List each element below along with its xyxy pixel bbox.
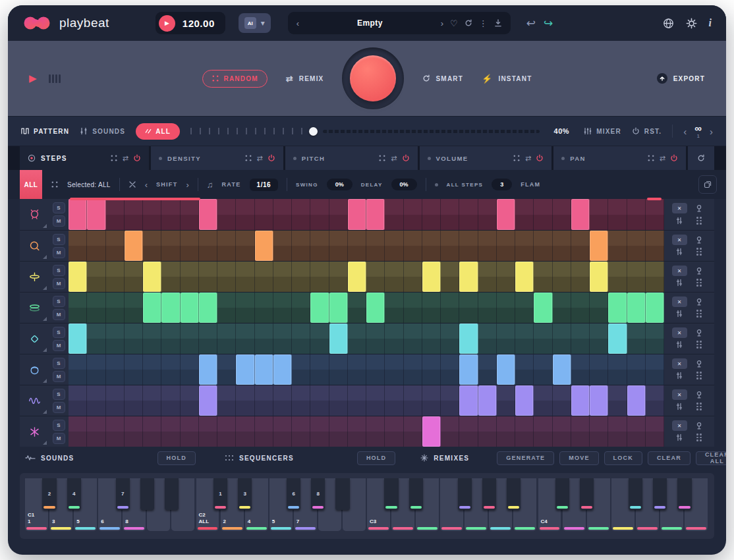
step-cell[interactable] <box>441 293 459 323</box>
step-cell[interactable] <box>125 262 143 292</box>
gear-icon[interactable] <box>686 18 697 29</box>
keyboard-toggle-icon[interactable] <box>49 74 61 83</box>
step-cell[interactable] <box>627 416 646 447</box>
expand-corner-icon[interactable] <box>43 410 47 414</box>
preset-name[interactable]: Empty <box>306 18 434 28</box>
step-cell[interactable] <box>627 385 646 416</box>
step-cell[interactable] <box>590 354 608 385</box>
step-cell[interactable] <box>348 293 366 323</box>
step-cell[interactable] <box>366 385 385 416</box>
step-cell[interactable] <box>366 354 385 385</box>
step-cell[interactable] <box>292 262 310 292</box>
step-cell[interactable] <box>106 354 125 385</box>
piano-key-black[interactable] <box>384 478 398 510</box>
mini-play-icon[interactable]: ▶ <box>29 72 37 84</box>
step-cell[interactable] <box>404 416 422 447</box>
clear-row-button[interactable]: ✕ <box>672 420 687 431</box>
panel-pan[interactable]: PAN ⇄ <box>553 146 686 170</box>
step-cell[interactable] <box>143 354 161 385</box>
step-cell[interactable] <box>273 231 292 261</box>
loop-icon[interactable]: ⇄ <box>525 155 531 162</box>
step-cell[interactable] <box>422 385 441 416</box>
step-cell[interactable] <box>106 231 125 261</box>
step-cell[interactable] <box>478 416 497 447</box>
step-cell[interactable] <box>69 416 87 447</box>
step-cell[interactable] <box>348 262 366 292</box>
step-cell[interactable] <box>273 385 292 416</box>
row-sliders-icon[interactable] <box>675 403 683 410</box>
piano-key-black[interactable] <box>580 478 594 510</box>
piano-key-black[interactable] <box>409 478 423 510</box>
step-cell[interactable] <box>627 199 646 230</box>
step-cell[interactable] <box>125 323 143 354</box>
more-menu-icon[interactable]: ⋮ <box>479 19 488 28</box>
lock-button[interactable]: LOCK <box>604 451 642 465</box>
step-cell[interactable] <box>348 199 366 230</box>
step-cell[interactable] <box>106 385 125 416</box>
step-cell[interactable] <box>181 385 199 416</box>
step-cell[interactable] <box>329 262 348 292</box>
step-cell[interactable] <box>69 199 87 230</box>
piano-key-black[interactable]: 7 <box>116 478 130 510</box>
redo-icon[interactable]: ↪ <box>544 16 553 30</box>
step-cell[interactable] <box>255 354 273 385</box>
step-cell[interactable] <box>515 262 534 292</box>
mic-icon[interactable] <box>695 422 703 430</box>
preset-prev-icon[interactable]: ‹ <box>296 19 299 28</box>
clear-row-button[interactable]: ✕ <box>672 327 687 338</box>
step-cell[interactable] <box>329 416 348 447</box>
piano-key-black[interactable] <box>677 478 691 510</box>
step-cell[interactable] <box>161 231 180 261</box>
random-button[interactable]: RANDOM <box>202 70 268 88</box>
step-cell[interactable] <box>69 231 87 261</box>
track-2-snare-icon[interactable] <box>20 231 49 261</box>
step-cell[interactable] <box>106 262 125 292</box>
clear-row-button[interactable]: ✕ <box>672 203 687 213</box>
dice-icon[interactable] <box>244 154 252 162</box>
step-cell[interactable] <box>181 262 199 292</box>
loop-icon[interactable]: ⇄ <box>391 155 397 162</box>
step-cell[interactable] <box>87 416 105 447</box>
all-filter-button[interactable]: ALL <box>136 123 180 140</box>
step-cell[interactable] <box>125 385 143 416</box>
step-cell[interactable] <box>534 323 552 354</box>
track-7-wave-icon[interactable] <box>20 385 49 416</box>
favorite-icon[interactable]: ♡ <box>450 19 458 28</box>
drag-handle-icon[interactable] <box>696 310 702 318</box>
row-sliders-icon[interactable] <box>675 372 683 379</box>
step-cell[interactable] <box>143 385 161 416</box>
mic-icon[interactable] <box>695 298 703 306</box>
step-cell[interactable] <box>478 354 497 385</box>
tab-steps[interactable]: STEPS ⇄ <box>20 146 149 170</box>
step-cell[interactable] <box>143 231 161 261</box>
step-cell[interactable] <box>553 231 571 261</box>
track-4-hihat2-icon[interactable] <box>20 293 49 323</box>
step-cell[interactable] <box>515 323 534 354</box>
step-cell[interactable] <box>181 231 199 261</box>
step-cell[interactable] <box>590 385 608 416</box>
step-cell[interactable] <box>534 199 552 230</box>
expand-corner-icon[interactable] <box>43 255 47 259</box>
step-cell[interactable] <box>404 385 422 416</box>
step-cell[interactable] <box>199 416 217 447</box>
solo-button[interactable]: S <box>53 358 65 369</box>
dice-icon[interactable] <box>378 154 386 162</box>
step-cell[interactable] <box>125 416 143 447</box>
sounds-tab[interactable]: SOUNDS <box>80 127 125 135</box>
rate-value[interactable]: 1/16 <box>250 179 278 191</box>
reset-button[interactable]: RST. <box>632 127 662 135</box>
clear-row-button[interactable]: ✕ <box>672 389 687 400</box>
row-sliders-icon[interactable] <box>675 310 683 318</box>
step-cell[interactable] <box>553 293 571 323</box>
mic-icon[interactable] <box>695 360 703 368</box>
step-cell[interactable] <box>69 354 87 385</box>
drag-handle-icon[interactable] <box>696 279 702 287</box>
step-cell[interactable] <box>515 354 534 385</box>
globe-icon[interactable] <box>663 18 674 29</box>
expand-corner-icon[interactable] <box>43 441 47 445</box>
step-cell[interactable] <box>69 293 87 323</box>
smart-button[interactable]: SMART <box>422 74 463 82</box>
step-cell[interactable] <box>459 354 478 385</box>
step-cell[interactable] <box>87 262 105 292</box>
step-cell[interactable] <box>255 262 273 292</box>
